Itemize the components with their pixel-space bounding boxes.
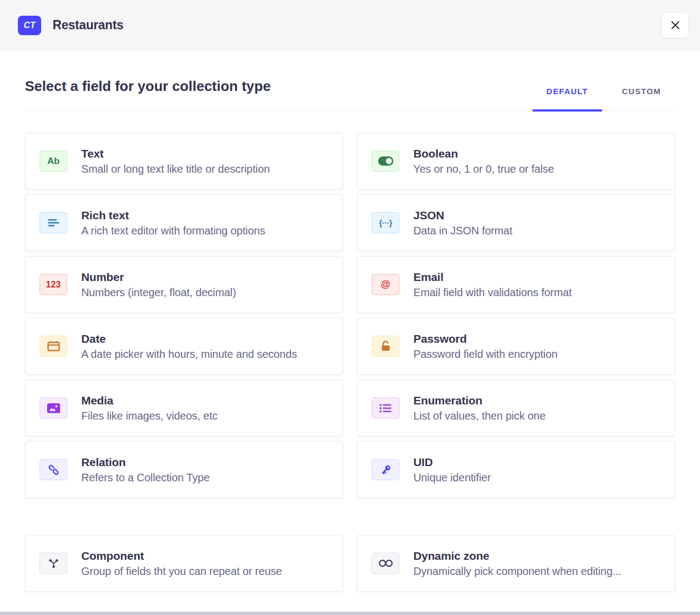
field-card-text[interactable]: Ab Text Small or long text like title or… [25,133,343,189]
content-type-badge: CT [18,16,41,35]
dynamiczone-icon [372,553,399,574]
field-description: Numbers (integer, float, decimal) [81,286,236,299]
field-card-text: Enumeration List of values, then pick on… [413,394,546,422]
date-icon [40,336,67,357]
json-icon: {···} [372,212,399,233]
field-card-date[interactable]: Date A date picker with hours, minute an… [25,318,343,375]
field-description: List of values, then pick one [413,410,546,422]
field-card-component[interactable]: Component Group of fields tht you can re… [25,535,343,592]
field-name: Text [81,147,270,160]
field-description: Refers to a Collection Type [81,472,210,484]
extra-field-grid: Component Group of fields tht you can re… [25,535,675,592]
page-title: Select a field for your collection type [25,78,271,110]
close-icon [671,21,680,30]
email-icon: @ [372,274,399,295]
uid-icon [372,459,399,480]
field-card-text: UID Unique identifier [413,456,491,484]
modal-title: Restaurants [53,18,124,32]
field-name: Component [81,549,282,562]
field-card-number[interactable]: 123 Number Numbers (integer, float, deci… [25,256,343,313]
tab-custom[interactable]: CUSTOM [608,87,675,110]
field-name: Enumeration [413,394,546,407]
field-description: Files like images, videos, etc [81,410,218,422]
text-icon: Ab [40,151,67,172]
component-icon [40,553,67,574]
field-description: Group of fields tht you can repeat or re… [81,565,282,578]
field-card-text: Date A date picker with hours, minute an… [81,332,297,361]
media-icon [40,397,67,418]
field-name: JSON [413,209,513,222]
field-grid: Ab Text Small or long text like title or… [25,133,675,498]
footer-divider [0,612,700,615]
field-description: Yes or no, 1 or 0, true or false [413,163,554,175]
field-name: Date [81,332,297,345]
password-icon [372,336,399,357]
field-card-text: Media Files like images, videos, etc [81,394,218,422]
field-card-dynamic-zone[interactable]: Dynamic zone Dynamically pick component … [357,535,675,592]
relation-icon [40,459,67,480]
field-name: Email [413,271,572,284]
field-card-enumeration[interactable]: Enumeration List of values, then pick on… [357,380,675,436]
field-description: Small or long text like title or descrip… [81,163,270,175]
field-card-text: Rich text A rich text editor with format… [81,209,265,237]
tab-default[interactable]: DEFAULT [533,87,602,110]
field-card-json[interactable]: {···} JSON Data in JSON format [357,194,675,251]
field-description: Dynamically pick component when editing.… [413,565,621,578]
field-card-text: Number Numbers (integer, float, decimal) [81,271,236,299]
field-name: Password [413,332,558,345]
field-name: Media [81,394,218,407]
boolean-icon [372,151,399,172]
modal-body: Select a field for your collection type … [0,78,700,592]
field-description: Unique identifier [413,472,491,484]
field-card-text: Boolean Yes or no, 1 or 0, true or false [413,147,554,175]
field-card-text: Dynamic zone Dynamically pick component … [413,549,621,578]
field-card-boolean[interactable]: Boolean Yes or no, 1 or 0, true or false [357,133,675,189]
field-card-password[interactable]: Password Password field with encryption [357,318,675,375]
field-card-uid[interactable]: UID Unique identifier [357,441,675,498]
field-description: Email field with validations format [413,286,572,299]
field-card-email[interactable]: @ Email Email field with validations for… [357,256,675,313]
field-card-text: Component Group of fields tht you can re… [81,549,282,578]
close-button[interactable] [662,12,689,38]
field-name: Dynamic zone [413,549,621,562]
field-card-media[interactable]: Media Files like images, videos, etc [25,380,343,436]
field-name: Boolean [413,147,554,160]
field-card-text: Text Small or long text like title or de… [81,147,270,175]
field-card-text: JSON Data in JSON format [413,209,513,237]
title-row: Select a field for your collection type … [25,78,675,111]
field-description: Data in JSON format [413,225,513,237]
field-card-relation[interactable]: Relation Refers to a Collection Type [25,441,343,498]
modal-header: CT Restaurants [0,0,700,50]
field-card-text: Email Email field with validations forma… [413,271,572,299]
enumeration-icon [372,397,399,418]
field-description: Password field with encryption [413,348,558,361]
field-name: Relation [81,456,210,469]
field-name: Rich text [81,209,265,222]
field-card-text: Password Password field with encryption [413,332,558,361]
field-description: A rich text editor with formating option… [81,225,265,237]
field-card-rich-text[interactable]: Rich text A rich text editor with format… [25,194,343,251]
tab-list: DEFAULTCUSTOM [533,87,675,110]
field-name: Number [81,271,236,284]
number-icon: 123 [40,274,67,295]
field-description: A date picker with hours, minute and sec… [81,348,297,361]
field-card-text: Relation Refers to a Collection Type [81,456,210,484]
richtext-icon [40,212,67,233]
field-name: UID [413,456,491,469]
